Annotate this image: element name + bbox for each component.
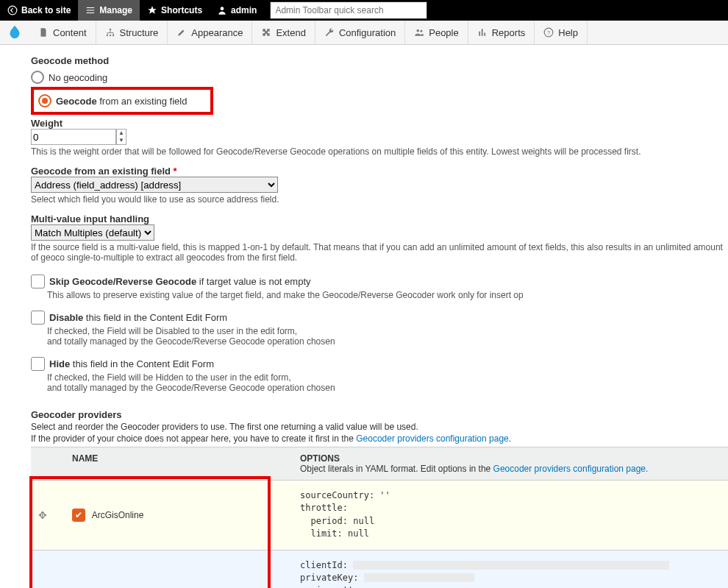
tab-reports-label: Reports — [492, 27, 526, 38]
col-name: NAME — [65, 447, 293, 481]
svg-point-3 — [106, 35, 107, 36]
svg-point-4 — [109, 35, 110, 36]
user-label: admin — [231, 5, 257, 15]
providers-table-wrapper: NAME OPTIONS Object literals in YAML for… — [31, 447, 728, 588]
radio-icon — [31, 71, 44, 84]
source-field-select[interactable]: Address (field_address) [address] — [31, 177, 278, 193]
provider-row-googlemaps: ✥ GoogleMapsBusiness clientId: privateKe… — [31, 550, 728, 588]
bar-chart-icon — [477, 27, 488, 38]
tab-structure[interactable]: Structure — [96, 21, 168, 44]
tab-extend[interactable]: Extend — [252, 21, 315, 44]
checkbox-hide-field[interactable]: Hide this field in the Content Edit Form — [31, 357, 728, 371]
provider-checkbox-arcgis[interactable] — [72, 509, 85, 522]
weight-input[interactable] — [31, 129, 116, 145]
field-settings-form: Geocode method No geocoding Geocode from… — [0, 45, 728, 588]
providers-options-config-link[interactable]: Geocoder providers configuration page. — [493, 464, 649, 474]
radio-geocode-existing[interactable]: Geocode from an existing field — [38, 94, 187, 107]
checkbox-hide-field-label: Hide this field in the Content Edit Form — [49, 358, 214, 369]
tab-people[interactable]: People — [405, 21, 468, 44]
svg-point-1 — [221, 7, 224, 10]
svg-point-6 — [417, 29, 420, 32]
weight-label: Weight — [31, 118, 728, 129]
multi-value-label: Multi-value input handling — [31, 213, 728, 224]
providers-desc: Select and reorder the Geocoder provider… — [31, 422, 728, 432]
back-to-site-link[interactable]: Back to site — [0, 0, 78, 21]
svg-text:?: ? — [547, 29, 550, 36]
checkbox-skip-geocode[interactable]: Skip Geocode/Reverse Geocode if target v… — [31, 274, 728, 288]
radio-no-geocoding-label: No geocoding — [49, 72, 107, 83]
provider-row-arcgis: ✥ ArcGisOnline sourceCountry: '' throttl… — [31, 481, 728, 550]
drag-handle-icon[interactable]: ✥ — [38, 509, 47, 521]
tab-content-label: Content — [53, 27, 87, 38]
svg-point-2 — [109, 29, 110, 30]
hide-help-2: and totally managed by the Geocode/Rever… — [47, 383, 728, 393]
admin-menu: Content Structure Appearance Extend Conf… — [0, 21, 728, 45]
disable-help-2: and totally managed by the Geocode/Rever… — [47, 336, 728, 347]
paintbrush-icon — [176, 27, 187, 38]
skip-help: This allows to preserve existing value o… — [47, 290, 728, 300]
admin-toolbar: Back to site Manage Shortcuts admin — [0, 0, 728, 21]
source-field-label: Geocode from an existing field * — [31, 166, 728, 177]
checkbox-icon — [31, 311, 45, 325]
radio-no-geocoding[interactable]: No geocoding — [31, 71, 728, 84]
radio-geocode-existing-label: Geocode from an existing field — [56, 96, 187, 107]
tab-structure-label: Structure — [120, 27, 159, 38]
manage-label: Manage — [99, 5, 132, 15]
tab-help[interactable]: ? Help — [535, 21, 588, 44]
tab-appearance[interactable]: Appearance — [168, 21, 252, 44]
back-to-site-label: Back to site — [21, 5, 71, 15]
puzzle-icon — [261, 27, 271, 38]
chevron-up-icon: ▲ — [117, 130, 126, 137]
checkbox-icon — [31, 274, 45, 288]
svg-point-7 — [421, 30, 423, 32]
tab-help-label: Help — [558, 27, 578, 38]
tab-reports[interactable]: Reports — [468, 21, 535, 44]
hide-help-1: If checked, the Field will be Hidden to … — [47, 372, 728, 383]
drupal-drop-icon — [7, 24, 23, 40]
provider-options-yaml: sourceCountry: '' throttle: period: null… — [300, 489, 721, 541]
disable-help-1: If checked, the Field will be Disabled t… — [47, 326, 728, 336]
drupal-logo[interactable] — [0, 24, 29, 40]
providers-hint: If the provider of your choice does not … — [31, 433, 728, 444]
people-icon — [414, 27, 424, 38]
checkbox-icon — [31, 357, 45, 371]
toolbar-search — [270, 1, 427, 19]
toolbar-search-input[interactable] — [270, 1, 427, 19]
hamburger-icon — [85, 5, 96, 15]
star-icon — [147, 5, 157, 15]
chevron-left-icon — [7, 5, 18, 15]
hierarchy-icon — [105, 27, 115, 38]
tab-appearance-label: Appearance — [191, 27, 243, 38]
providers-table: NAME OPTIONS Object literals in YAML for… — [31, 447, 728, 588]
file-icon — [38, 27, 49, 38]
tab-content[interactable]: Content — [29, 21, 96, 44]
user-icon — [217, 5, 227, 15]
providers-config-link[interactable]: Geocoder providers configuration page. — [356, 433, 511, 444]
checkbox-disable-field[interactable]: Disable this field in the Content Edit F… — [31, 311, 728, 325]
radio-geocode-existing-highlight: Geocode from an existing field — [31, 87, 213, 115]
radio-icon-checked — [38, 94, 51, 107]
tab-people-label: People — [429, 27, 458, 38]
providers-heading: Geocoder providers — [31, 409, 728, 420]
checkbox-disable-field-label: Disable this field in the Content Edit F… — [49, 312, 227, 323]
weight-field: ▲▼ — [31, 129, 728, 145]
manage-link[interactable]: Manage — [78, 0, 140, 21]
wrench-icon — [324, 27, 335, 38]
shortcuts-label: Shortcuts — [161, 5, 202, 15]
svg-point-0 — [8, 6, 17, 15]
multi-value-help: If the source field is a multi-value fie… — [31, 242, 728, 263]
tab-extend-label: Extend — [276, 27, 305, 38]
svg-point-5 — [112, 35, 113, 36]
help-icon: ? — [543, 27, 554, 38]
provider-name: ArcGisOnline — [92, 510, 144, 520]
multi-value-select[interactable]: Match Multiples (default) — [31, 224, 154, 241]
tab-configuration[interactable]: Configuration — [315, 21, 405, 44]
shortcuts-link[interactable]: Shortcuts — [140, 0, 210, 21]
tab-configuration-label: Configuration — [339, 27, 396, 38]
source-field-help: Select which field you would like to use… — [31, 194, 728, 205]
user-link[interactable]: admin — [210, 0, 264, 21]
chevron-down-icon: ▼ — [117, 137, 126, 144]
weight-spinner[interactable]: ▲▼ — [116, 129, 126, 145]
checkbox-skip-geocode-label: Skip Geocode/Reverse Geocode if target v… — [49, 276, 311, 287]
geocode-method-label: Geocode method — [31, 55, 728, 66]
